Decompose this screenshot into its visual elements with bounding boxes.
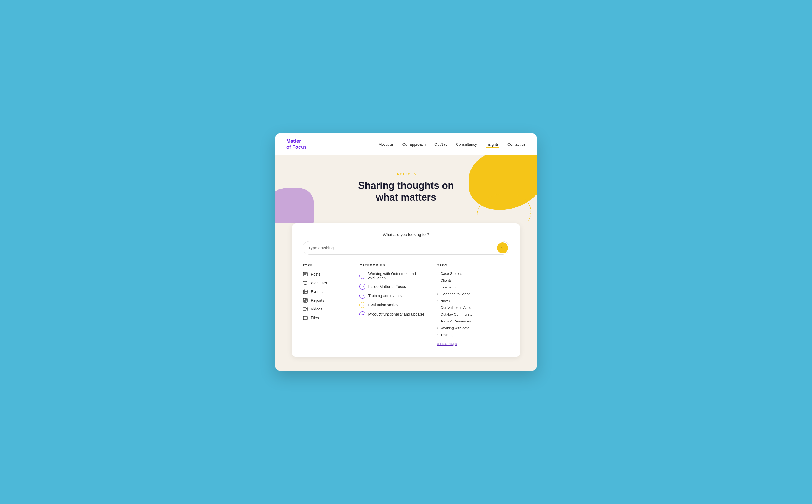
type-posts[interactable]: Posts [303,272,354,277]
tag-news[interactable]: › News [437,299,509,303]
webinars-icon [303,280,308,286]
nav-item-insights[interactable]: Insights [486,142,499,148]
categories-section: CATEGORIES → Working with Outcomes and e… [359,263,432,346]
nav-links: About us Our approach OutNav Consultancy… [378,142,526,147]
type-reports[interactable]: Reports [303,298,354,303]
videos-icon [303,306,308,312]
svg-rect-18 [303,308,306,310]
tag-evaluation[interactable]: › Evaluation [437,285,509,289]
tag-chevron: › [437,292,439,295]
search-input[interactable] [303,242,496,253]
see-all-tags-link[interactable]: See all tags [437,342,457,346]
tag-chevron: › [437,299,439,302]
svg-rect-6 [303,281,307,284]
tag-tools-resources[interactable]: › Tools & Resources [437,319,509,323]
tag-chevron: › [437,272,439,275]
cat-icon-evaluation: → [359,302,365,308]
navbar: Matter of Focus About us Our approach Ou… [275,133,537,155]
cat-inside-mof[interactable]: → Inside Matter of Focus [359,284,432,290]
tags-heading: TAGS [437,263,509,267]
hero-tag: INSIGHTS [286,172,526,176]
filters: TYPE Posts [303,263,509,346]
search-label: What are you looking for? [303,232,509,237]
tag-chevron: › [437,285,439,289]
type-videos[interactable]: Videos [303,306,354,312]
search-button[interactable] [497,242,508,253]
tag-chevron: › [437,333,439,336]
cat-icon-outcomes: → [359,273,365,279]
tag-working-with-data[interactable]: › Working with data [437,326,509,330]
type-section: TYPE Posts [303,263,354,346]
events-icon [303,289,308,294]
cat-product-functionality[interactable]: → Product functionality and updates [359,311,432,317]
cat-icon-product: → [359,311,365,317]
hero-section: INSIGHTS Sharing thoughts on what matter… [275,155,537,226]
cat-icon-inside: → [359,284,365,290]
tags-section: TAGS › Case Studies › Clients › Evaluati… [437,263,509,346]
nav-item-our-approach[interactable]: Our approach [402,142,426,147]
tag-evidence-to-action[interactable]: › Evidence to Action [437,292,509,296]
tag-chevron: › [437,279,439,282]
cat-outcomes-evaluation[interactable]: → Working with Outcomes and evaluation [359,272,432,280]
type-files[interactable]: Files [303,315,354,321]
logo[interactable]: Matter of Focus [286,138,307,150]
svg-line-1 [503,248,503,249]
search-bar [303,241,509,255]
type-heading: TYPE [303,263,354,267]
cat-training-events[interactable]: → Training and events [359,293,432,299]
tag-chevron: › [437,326,439,329]
tag-our-values[interactable]: › Our Values in Action [437,306,509,310]
cat-icon-training: → [359,293,365,299]
type-events[interactable]: Events [303,289,354,294]
search-panel: What are you looking for? TYPE [292,223,520,357]
nav-item-consultancy[interactable]: Consultancy [456,142,477,147]
nav-item-outnav[interactable]: OutNav [434,142,447,147]
tag-chevron: › [437,306,439,309]
tag-outnav-community[interactable]: › OutNav Community [437,312,509,316]
tag-chevron: › [437,319,439,323]
browser-window: Matter of Focus About us Our approach Ou… [275,133,537,370]
type-webinars[interactable]: Webinars [303,280,354,286]
reports-icon [303,298,308,303]
posts-icon [303,272,308,277]
categories-heading: CATEGORIES [359,263,432,267]
files-icon [303,315,308,321]
svg-rect-14 [303,298,307,302]
tag-chevron: › [437,313,439,316]
nav-item-contact-us[interactable]: Contact us [508,142,526,147]
hero-title: Sharing thoughts on what matters [338,180,474,203]
svg-rect-9 [303,290,307,294]
cat-evaluation-stories[interactable]: → Evaluation stories [359,302,432,308]
tag-case-studies[interactable]: › Case Studies [437,272,509,276]
nav-item-about-us[interactable]: About us [378,142,393,147]
tag-clients[interactable]: › Clients [437,278,509,282]
svg-rect-13 [304,292,305,293]
tag-training[interactable]: › Training [437,333,509,337]
